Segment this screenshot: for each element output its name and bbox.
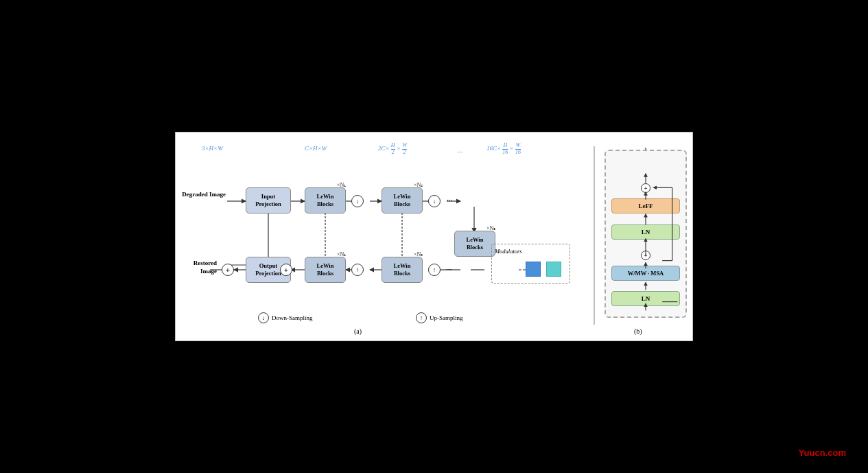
down-sample-circle-1: ↓: [351, 195, 364, 207]
repeat-n1-top: ×N₁: [337, 182, 346, 188]
dim-label-3: 2C× H 2 × W 2: [378, 143, 407, 156]
down-sampling-legend: ↓ Down-Sampling: [258, 312, 313, 323]
caption-b: (b): [634, 327, 642, 335]
dim-label-dots: ···: [457, 148, 462, 156]
repeat-n2-top: ×N₂: [414, 182, 423, 188]
caption-a: (a): [354, 327, 362, 335]
dots-top: ···: [447, 196, 452, 204]
msa-box: W/MW · MSA: [611, 266, 680, 281]
dim-label-1: 3×H×W: [202, 145, 223, 152]
lewin-block-5: LeWinBlocks: [382, 257, 423, 283]
lewin-block-2: LeWinBlocks: [382, 187, 423, 214]
lewin-block-4: LeWinBlocks: [305, 257, 346, 283]
repeat-n1-bot: ×N₁: [337, 251, 346, 257]
part-b-wrapper: LN W/MW · MSA + LN LeFF +: [605, 150, 687, 318]
down-sample-circle-2: ↓: [428, 195, 441, 207]
restored-plus-circle: +: [222, 264, 234, 276]
watermark: Yuucn.com: [799, 448, 846, 458]
lewin-block-3: LeWinBlocks: [454, 231, 495, 257]
repeat-n3: ×N₃: [486, 225, 495, 231]
dots-bot: ···: [446, 265, 451, 273]
ln-bottom-box: LN: [611, 291, 680, 306]
degraded-image-label: Degraded Image: [179, 191, 226, 199]
dim-label-2: C×H×W: [305, 145, 327, 152]
repeat-n2-bot: ×N₂: [414, 251, 423, 257]
input-projection-block: InputProjection: [246, 187, 291, 214]
lewin-block-1: LeWinBlocks: [305, 187, 346, 214]
output-plus-circle: +: [280, 264, 292, 276]
restored-image-label: Restored Image: [179, 259, 217, 275]
dim-label-4: 16C× H 16 × W 16: [486, 143, 521, 156]
ln-top-box: LN: [611, 224, 680, 240]
up-sample-circle-1: ↑: [351, 264, 364, 276]
up-sample-circle-2: ↑: [428, 264, 441, 276]
part-b-plus-circle-mid: +: [641, 251, 650, 260]
modulators-dashed-box: [491, 244, 570, 284]
part-b-plus-circle-top: +: [641, 183, 650, 193]
leff-box: LeFF: [611, 198, 680, 214]
up-sampling-legend: ↑ Up-Sampling: [416, 312, 463, 323]
